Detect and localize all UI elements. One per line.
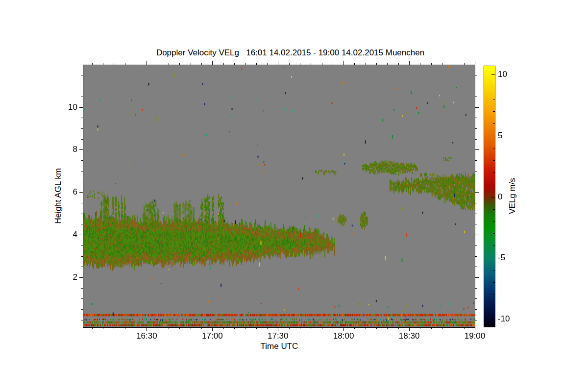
y-tick-label: 2 bbox=[54, 272, 77, 282]
axis-tick bbox=[475, 235, 479, 235]
doppler-heatmap-canvas bbox=[83, 65, 475, 327]
axis-tick bbox=[409, 327, 410, 331]
axis-tick bbox=[278, 327, 278, 331]
x-axis-label: Time UTC bbox=[206, 342, 353, 351]
axis-tick bbox=[475, 327, 475, 331]
axis-tick bbox=[475, 192, 479, 193]
x-tick-label: 19:00 bbox=[455, 331, 494, 341]
plot-area bbox=[83, 65, 475, 328]
x-tick-label: 16:30 bbox=[127, 331, 166, 341]
colorbar bbox=[484, 66, 495, 327]
colorbar-tick-label: -10 bbox=[498, 314, 519, 324]
axis-tick bbox=[343, 327, 344, 331]
colorbar-label: VELg m/s bbox=[508, 167, 517, 225]
axis-tick bbox=[147, 327, 147, 331]
x-tick-label: 17:30 bbox=[258, 331, 297, 341]
colorbar-tick-label: 5 bbox=[498, 131, 519, 141]
colorbar-tick-label: -5 bbox=[498, 253, 519, 263]
doppler-velocity-figure: Doppler Velocity VELg 16:01 14.02.2015 -… bbox=[0, 0, 588, 392]
axis-tick bbox=[475, 149, 479, 150]
chart-title: Doppler Velocity VELg 16:01 14.02.2015 -… bbox=[83, 48, 497, 58]
axis-tick bbox=[475, 107, 479, 108]
y-tick-label: 4 bbox=[54, 230, 77, 240]
colorbar-tick-label: 10 bbox=[498, 70, 519, 79]
y-tick-label: 10 bbox=[54, 102, 77, 112]
y-axis-label: Height AGL km bbox=[53, 162, 63, 230]
colorbar-gradient bbox=[484, 66, 495, 327]
x-tick-label: 17:00 bbox=[193, 331, 232, 341]
y-tick-label: 8 bbox=[54, 145, 77, 154]
x-tick-label: 18:30 bbox=[390, 331, 429, 341]
x-tick-label: 18:00 bbox=[324, 331, 363, 341]
axis-tick bbox=[212, 327, 213, 331]
axis-tick bbox=[475, 277, 479, 278]
